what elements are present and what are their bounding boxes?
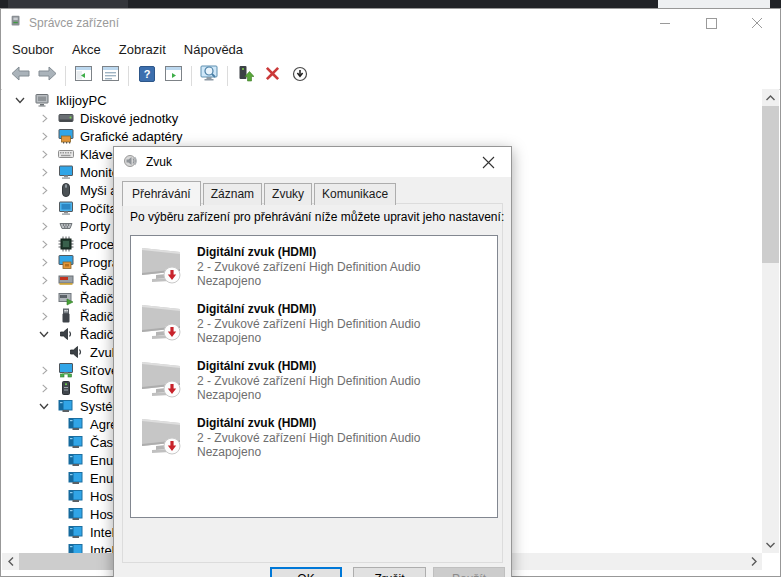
device-text-block: Digitální zvuk (HDMI)2 - Zvukové zařízen… xyxy=(197,245,420,289)
apply-button[interactable]: Použít xyxy=(433,567,505,577)
maximize-icon xyxy=(706,18,717,29)
system-device-icon xyxy=(68,470,84,486)
vertical-scrollbar[interactable] xyxy=(762,89,779,553)
system-device-icon xyxy=(68,452,84,468)
dialog-close-button[interactable] xyxy=(466,147,511,177)
title-bar: Správce zařízení xyxy=(1,9,780,37)
scroll-up-arrow[interactable] xyxy=(762,89,779,106)
help-button[interactable]: ? xyxy=(133,63,160,88)
computer-icon xyxy=(34,92,50,108)
forward-button[interactable] xyxy=(34,63,61,88)
chevron-collapsed-icon[interactable] xyxy=(38,166,50,178)
device-status: Nezapojeno xyxy=(197,331,420,346)
menu-action[interactable]: Akce xyxy=(63,39,110,60)
chevron-collapsed-icon[interactable] xyxy=(38,364,50,376)
chevron-collapsed-icon[interactable] xyxy=(38,256,50,268)
background-browser-light xyxy=(658,0,770,8)
playback-device-list[interactable]: Digitální zvuk (HDMI)2 - Zvukové zařízen… xyxy=(130,235,498,518)
tab-playback[interactable]: Přehrávání xyxy=(122,181,201,206)
device-description: 2 - Zvukové zařízení High Definition Aud… xyxy=(197,260,420,275)
chevron-collapsed-icon[interactable] xyxy=(38,274,50,286)
properties-button[interactable] xyxy=(97,63,124,88)
menu-bar: SouborAkceZobrazitNápověda xyxy=(1,37,780,62)
show-window-icon xyxy=(165,66,182,85)
scroll-right-arrow[interactable] xyxy=(745,553,762,570)
playback-device-item[interactable]: Digitální zvuk (HDMI)2 - Zvukové zařízen… xyxy=(131,293,497,350)
chevron-collapsed-icon[interactable] xyxy=(38,202,50,214)
ok-button-label: OK xyxy=(297,572,314,577)
chevron-collapsed-icon[interactable] xyxy=(38,130,50,142)
menu-view[interactable]: Zobrazit xyxy=(110,39,175,60)
svg-text:?: ? xyxy=(143,68,150,80)
menu-file[interactable]: Soubor xyxy=(3,39,63,60)
minimize-button[interactable] xyxy=(642,9,688,37)
update-driver-button[interactable] xyxy=(232,63,259,88)
cancel-button-label: Zrušit xyxy=(375,572,405,577)
chevron-expanded-icon[interactable] xyxy=(38,328,50,340)
tab-communications[interactable]: Komunikace xyxy=(314,183,396,205)
chevron-collapsed-icon[interactable] xyxy=(38,184,50,196)
toolbar-separator xyxy=(227,66,228,86)
disk-drive-icon xyxy=(58,110,74,126)
disable-icon xyxy=(292,66,308,86)
chevron-collapsed-icon[interactable] xyxy=(38,148,50,160)
network-adapter-icon xyxy=(58,362,74,378)
maximize-button[interactable] xyxy=(688,9,734,37)
help-icon: ? xyxy=(139,66,155,86)
scan-icon xyxy=(200,65,220,86)
playback-device-item[interactable]: Digitální zvuk (HDMI)2 - Zvukové zařízen… xyxy=(131,236,497,293)
software-device-icon xyxy=(58,254,74,270)
cancel-button[interactable]: Zrušit xyxy=(353,567,426,577)
chevron-collapsed-icon[interactable] xyxy=(38,238,50,250)
toolbar: ? xyxy=(1,62,780,90)
hdmi-monitor-unplugged-icon xyxy=(140,416,184,456)
scroll-left-arrow[interactable] xyxy=(2,553,19,570)
ok-button[interactable]: OK xyxy=(270,567,342,577)
tree-item-root-pc[interactable]: IklijoyPC xyxy=(2,91,762,109)
processor-icon xyxy=(58,236,74,252)
back-button[interactable] xyxy=(7,63,34,88)
chevron-collapsed-icon[interactable] xyxy=(38,220,50,232)
chevron-collapsed-icon[interactable] xyxy=(38,112,50,124)
chevron-collapsed-icon[interactable] xyxy=(38,292,50,304)
system-device-icon xyxy=(68,542,84,553)
device-description: 2 - Zvukové zařízení High Definition Aud… xyxy=(197,431,420,446)
vertical-scrollbar-thumb[interactable] xyxy=(762,106,779,263)
scroll-down-arrow[interactable] xyxy=(762,536,779,553)
storage-controller-icon xyxy=(58,290,74,306)
chevron-collapsed-icon[interactable] xyxy=(38,310,50,322)
speaker-icon xyxy=(68,344,84,360)
show-window-button[interactable] xyxy=(160,63,187,88)
chevron-collapsed-icon[interactable] xyxy=(38,382,50,394)
device-status: Nezapojeno xyxy=(197,388,420,403)
apply-button-label: Použít xyxy=(452,572,486,577)
background-browser-dark-right xyxy=(770,0,781,8)
disable-device-button[interactable] xyxy=(286,63,313,88)
menu-help[interactable]: Nápověda xyxy=(175,39,252,60)
uninstall-device-button[interactable] xyxy=(259,63,286,88)
tree-item-label: Diskové jednotky xyxy=(80,111,178,126)
minimize-icon xyxy=(660,18,671,29)
tree-item-disk-drives[interactable]: Diskové jednotky xyxy=(2,109,762,127)
toolbar-separator xyxy=(65,66,66,86)
system-device-icon xyxy=(68,488,84,504)
chevron-expanded-icon[interactable] xyxy=(14,94,26,106)
close-window-button[interactable] xyxy=(734,9,780,37)
tab-recording[interactable]: Záznam xyxy=(203,183,262,205)
close-icon xyxy=(482,156,495,169)
properties-icon xyxy=(102,66,119,85)
scan-hardware-changes-button[interactable] xyxy=(196,63,223,88)
device-title: Digitální zvuk (HDMI) xyxy=(197,416,420,431)
chevron-expanded-icon[interactable] xyxy=(38,400,50,412)
software-component-icon xyxy=(58,380,74,396)
playback-device-item[interactable]: Digitální zvuk (HDMI)2 - Zvukové zařízen… xyxy=(131,407,497,464)
tab-sounds[interactable]: Zvuky xyxy=(264,183,312,205)
close-icon xyxy=(751,17,763,29)
screen: Správce zařízení SouborAkceZobrazitNápov… xyxy=(0,0,781,577)
background-browser-strip xyxy=(0,0,781,8)
playback-device-item[interactable]: Digitální zvuk (HDMI)2 - Zvukové zařízen… xyxy=(131,350,497,407)
toolbar-separator xyxy=(191,66,192,86)
device-description: 2 - Zvukové zařízení High Definition Aud… xyxy=(197,374,420,389)
show-console-tree-button[interactable] xyxy=(70,63,97,88)
tree-item-display-adapters[interactable]: Grafické adaptéry xyxy=(2,127,762,145)
